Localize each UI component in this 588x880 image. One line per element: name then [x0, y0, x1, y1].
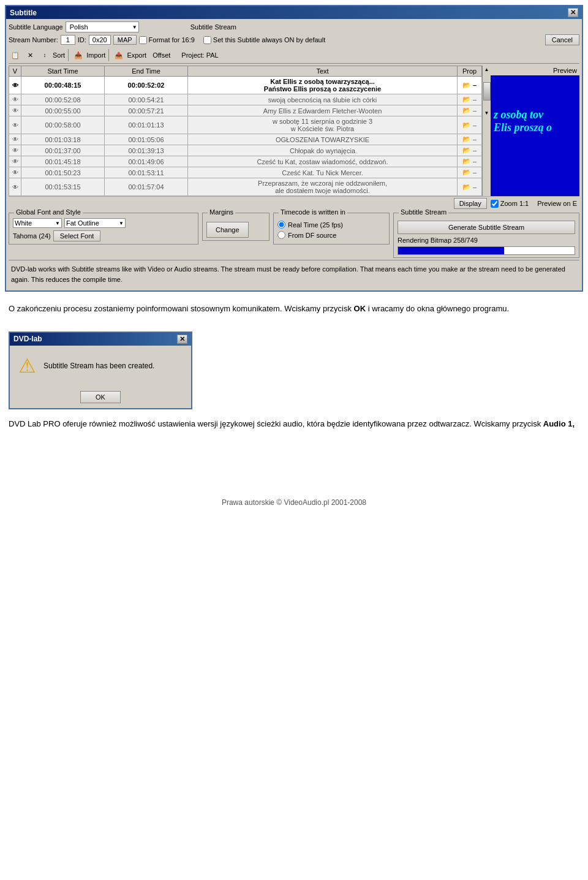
cell-end: 00:01:53:11: [105, 167, 188, 178]
style-select[interactable]: Fat Outline ▼: [64, 218, 126, 228]
copy-icon[interactable]: 📋: [9, 48, 22, 62]
cell-v: 👁: [9, 134, 21, 145]
cell-prop: 📂 –: [458, 94, 482, 105]
dialog-titlebar: DVD-lab ✕: [10, 333, 191, 346]
map-button[interactable]: MAP: [113, 35, 137, 45]
cell-end: 00:00:57:21: [105, 105, 188, 116]
cell-start: 00:00:58:00: [21, 116, 105, 134]
delete-icon[interactable]: ✕: [23, 48, 37, 62]
cell-start: 00:00:48:15: [21, 77, 105, 94]
scroll-down-arrow[interactable]: ▼: [483, 109, 491, 117]
set-default-label: Set this Subtitle always ON by default: [213, 36, 325, 44]
scroll-thumb[interactable]: [483, 82, 491, 101]
import-icon[interactable]: 📥: [72, 48, 85, 62]
cell-text: Amy Ellis z Edwardem Fletcher-Wooten: [188, 105, 458, 116]
cell-text: Cześć tu Kat, zostaw wiadomość, oddzwoń.: [188, 156, 458, 167]
table-row[interactable]: 👁 00:00:58:00 00:01:01:13 w sobotę 11 si…: [9, 116, 482, 134]
subtitle-titlebar: Subtitle ✕: [6, 6, 582, 19]
text-section-1: O zakończeniu procesu zostaniemy poinfor…: [0, 297, 588, 325]
preview-on-text: Preview on E: [537, 200, 577, 207]
preview-panel: Preview z osobą tov Elis proszą o: [491, 66, 579, 196]
subtitle-language-arrow: ▼: [132, 25, 137, 30]
dialog-body: ⚠ Subtitle Stream has been created.: [10, 346, 191, 386]
table-row[interactable]: 👁 00:01:50:23 00:01:53:11 Cześć Kat. Tu …: [9, 167, 482, 178]
dialog-close[interactable]: ✕: [177, 335, 187, 344]
vertical-scrollbar[interactable]: ▲ ▼: [482, 66, 491, 196]
stream-group-title: Subtitle Stream: [399, 208, 448, 216]
cell-v: 👁: [9, 116, 21, 134]
project-label: Project: PAL: [181, 51, 218, 59]
dialog-footer: OK: [10, 386, 191, 408]
export-icon[interactable]: 📤: [112, 48, 126, 62]
cell-start: 00:01:37:00: [21, 145, 105, 156]
set-default-checkbox-label: Set this Subtitle always ON by default: [203, 36, 325, 44]
cancel-button[interactable]: Cancel: [545, 34, 579, 45]
sort-label: Sort: [53, 51, 65, 59]
table-row[interactable]: 👁 00:00:48:15 00:00:52:02 Kat Ellis z os…: [9, 77, 482, 94]
change-button[interactable]: Change: [206, 222, 249, 238]
table-row[interactable]: 👁 00:00:55:00 00:00:57:21 Amy Ellis z Ed…: [9, 105, 482, 116]
select-font-button[interactable]: Select Font: [53, 230, 101, 241]
col-prop: Prop: [458, 66, 482, 77]
set-default-checkbox[interactable]: [203, 36, 211, 44]
cell-prop: 📂 –: [458, 77, 482, 94]
cell-text: OGŁOSZENIA TOWARZYSKIE: [188, 134, 458, 145]
radio-realtime-label: Real Time (25 fps): [288, 221, 343, 229]
progress-bar-fill: [398, 247, 504, 254]
progress-bar: [398, 246, 575, 255]
id-input[interactable]: [89, 35, 111, 45]
cell-end: 00:01:57:04: [105, 178, 188, 196]
export-label: Export: [127, 51, 146, 59]
cell-start: 00:00:55:00: [21, 105, 105, 116]
generate-stream-button[interactable]: Generate Subtitle Stream: [398, 221, 575, 234]
scroll-up-arrow[interactable]: ▲: [483, 66, 491, 74]
cell-prop: 📂 –: [458, 134, 482, 145]
col-end: End Time: [105, 66, 188, 77]
col-text: Text: [188, 66, 458, 77]
ok-button[interactable]: OK: [80, 391, 121, 403]
table-row[interactable]: 👁 00:01:37:00 00:01:39:13 Chłopak do wyn…: [9, 145, 482, 156]
radio-df-label: From DF source: [288, 232, 336, 239]
color-select[interactable]: White ▼: [13, 218, 62, 228]
zoom-checkbox[interactable]: [491, 200, 499, 208]
cell-end: 00:01:49:06: [105, 156, 188, 167]
cell-text: Cześć Kat. Tu Nick Mercer.: [188, 167, 458, 178]
table-row[interactable]: 👁 00:00:52:08 00:00:54:21 swoją obecnośc…: [9, 94, 482, 105]
table-container: V Start Time End Time Text Prop 👁 00:00:…: [9, 66, 579, 196]
zoom-text: Zoom 1:1: [500, 200, 529, 207]
cell-v: 👁: [9, 167, 21, 178]
radio-realtime-input[interactable]: [277, 221, 285, 229]
margins-group: Margins Change: [202, 213, 270, 241]
cell-v: 👁: [9, 178, 21, 196]
subtitle-language-label: Subtitle Language: [9, 23, 63, 31]
cell-start: 00:01:45:18: [21, 156, 105, 167]
cell-v: 👁: [9, 94, 21, 105]
subtitle-window: Subtitle ✕ Subtitle Language Polish ▼ Su…: [5, 5, 583, 292]
cell-end: 00:01:01:13: [105, 116, 188, 134]
text-section-2: DVD Lab PRO oferuje również możliwość us…: [0, 415, 588, 437]
font-row1: White ▼ Fat Outline ▼: [13, 218, 194, 228]
format-label: Format for 16:9: [149, 36, 195, 44]
cell-start: 00:01:53:15: [21, 178, 105, 196]
zoom-label: Zoom 1:1: [491, 200, 529, 208]
cell-v: 👁: [9, 156, 21, 167]
subtitle-language-combo[interactable]: Polish ▼: [66, 21, 139, 32]
sort-icon[interactable]: ↕: [38, 48, 51, 62]
format-checkbox[interactable]: [139, 36, 147, 44]
radio-df-input[interactable]: [277, 231, 285, 239]
table-row[interactable]: 👁 00:01:53:15 00:01:57:04 Przepraszam, ż…: [9, 178, 482, 196]
cell-text: Chłopak do wynajęcia: [188, 145, 458, 156]
cell-prop: 📂 –: [458, 178, 482, 196]
style-value: Fat Outline: [66, 219, 99, 227]
table-row[interactable]: 👁 00:01:03:18 00:01:05:06 OGŁOSZENIA TOW…: [9, 134, 482, 145]
stream-number-input[interactable]: [61, 35, 75, 45]
close-button[interactable]: ✕: [568, 8, 578, 17]
display-button[interactable]: Display: [454, 198, 487, 209]
dvdlab-dialog: DVD-lab ✕ ⚠ Subtitle Stream has been cre…: [9, 332, 192, 409]
cell-prop: 📂 –: [458, 156, 482, 167]
table-row[interactable]: 👁 00:01:45:18 00:01:49:06 Cześć tu Kat, …: [9, 156, 482, 167]
radio-df: From DF source: [277, 231, 385, 239]
preview-header: Preview: [491, 66, 579, 75]
cell-prop: 📂 –: [458, 116, 482, 134]
color-value: White: [15, 219, 32, 227]
